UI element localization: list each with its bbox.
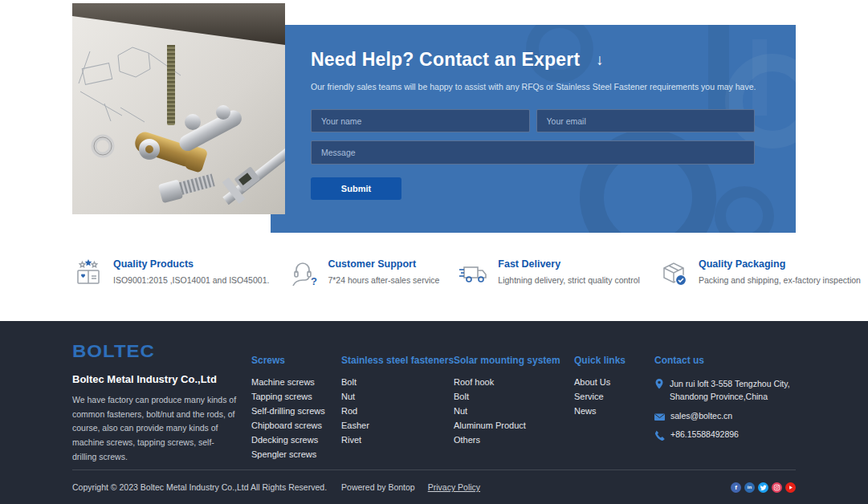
footer-columns: BOLTEC Boltec Metal Industry Co.,Ltd We … [72, 340, 796, 469]
feature-description: 7*24 hours after-sales service [328, 275, 439, 285]
footer-link[interactable]: Nut [341, 392, 454, 401]
footer-column-quick-links: Quick links About Us Service News [574, 340, 654, 469]
footer-link[interactable]: Others [454, 435, 574, 445]
feature-fast-delivery: Fast Delivery Lightning delivery, strict… [457, 257, 640, 292]
footer-column-heading: Stainless steel fasteners [341, 355, 454, 366]
feature-description: Lightning delivery, strict quality contr… [498, 275, 640, 285]
email-input[interactable] [536, 109, 756, 132]
footer-link[interactable]: News [574, 406, 654, 416]
footer: BOLTEC Boltec Metal Industry Co.,Ltd We … [0, 321, 868, 504]
location-pin-icon [654, 378, 664, 389]
feature-customer-support: ? Customer Support 7*24 hours after-sale… [287, 257, 439, 292]
gift-box-stars-icon [72, 257, 104, 292]
feature-description: ISO9001:2015 ,ISO14001 and ISO45001. [113, 275, 269, 285]
features-bar: Quality Products ISO9001:2015 ,ISO14001 … [0, 233, 868, 321]
contact-phone-row: +86.15588492896 [654, 429, 796, 441]
headset-support-icon: ? [287, 257, 319, 292]
name-input[interactable] [311, 109, 530, 132]
social-icons: f in [731, 482, 796, 493]
feature-title: Quality Packaging [699, 258, 861, 270]
feature-title: Quality Products [113, 258, 269, 270]
svg-text:?: ? [311, 275, 317, 287]
address-line-1: Jun rui loft 3-558 Tengzhou City, [670, 377, 790, 390]
message-input[interactable] [311, 140, 755, 165]
facebook-icon[interactable]: f [731, 482, 741, 493]
footer-link[interactable]: Bolt [454, 392, 574, 401]
arrow-down-icon: ↓ [596, 51, 604, 69]
address-line-2: Shandong Province,China [670, 390, 790, 403]
footer-link[interactable]: Machine screws [251, 377, 341, 387]
footer-link[interactable]: Service [574, 392, 654, 401]
contact-address: Jun rui loft 3-558 Tengzhou City, Shando… [670, 377, 790, 404]
footer-column-contact-us: Contact us Jun rui loft 3-558 Tengzhou C… [654, 340, 796, 469]
footer-column-heading: Quick links [574, 355, 654, 366]
powered-by-text: Powered by Bontop [341, 482, 415, 492]
footer-column-heading: Screws [251, 355, 341, 366]
fasteners-illustration [72, 3, 285, 214]
privacy-policy-link[interactable]: Privacy Policy [428, 482, 480, 492]
envelope-icon [654, 412, 665, 422]
delivery-truck-icon [457, 257, 489, 292]
contact-form: Submit [311, 109, 755, 200]
feature-description: Packing and shipping, ex-factory inspect… [699, 275, 861, 285]
footer-link[interactable]: Easher [341, 421, 454, 430]
contact-panel: Need Help? Contact an Expert ↓ Our frien… [271, 25, 796, 233]
boltec-logo: BOLTEC [72, 340, 251, 362]
contact-hero-section: Need Help? Contact an Expert ↓ Our frien… [0, 0, 868, 233]
footer-column-solar-mounting-system: Solar mounting system Roof hook Bolt Nut… [454, 340, 574, 469]
footer-column-heading: Solar mounting system [454, 355, 574, 366]
linkedin-icon[interactable]: in [744, 482, 755, 493]
footer-link[interactable]: Aluminum Product [454, 421, 574, 430]
footer-brand-column: BOLTEC Boltec Metal Industry Co.,Ltd We … [72, 340, 251, 469]
footer-link[interactable]: Rod [341, 406, 454, 416]
phone-icon [654, 430, 665, 441]
fasteners-photo [72, 3, 285, 214]
footer-link[interactable]: About Us [574, 377, 654, 387]
footer-link[interactable]: Nut [454, 406, 574, 416]
footer-link[interactable]: Roof hook [454, 377, 574, 387]
instagram-icon[interactable] [772, 482, 782, 493]
footer-column-heading: Contact us [654, 355, 796, 366]
feature-title: Customer Support [328, 258, 439, 270]
feature-title: Fast Delivery [498, 258, 640, 270]
copyright-text: Copyright © 2023 Boltec Metal Industry C… [72, 482, 327, 492]
feature-quality-products: Quality Products ISO9001:2015 ,ISO14001 … [72, 257, 269, 292]
contact-email[interactable]: sales@boltec.cn [670, 411, 732, 421]
submit-button[interactable]: Submit [311, 177, 401, 200]
contact-title: Need Help? Contact an Expert [311, 49, 580, 71]
footer-link[interactable]: Ddecking screws [251, 435, 341, 445]
footer-link[interactable]: Rivet [341, 435, 454, 445]
footer-bottom-bar: Copyright © 2023 Boltec Metal Industry C… [72, 469, 796, 504]
package-check-icon [658, 257, 690, 292]
footer-column-stainless-steel-fasteners: Stainless steel fasteners Bolt Nut Rod E… [341, 340, 454, 469]
contact-address-row: Jun rui loft 3-558 Tengzhou City, Shando… [654, 377, 796, 404]
contact-phone[interactable]: +86.15588492896 [670, 429, 739, 439]
youtube-icon[interactable] [785, 482, 796, 493]
footer-link[interactable]: Tapping screws [251, 392, 341, 401]
footer-link[interactable]: Spengler screws [251, 449, 341, 459]
contact-subtitle: Our friendly sales teams will be happy t… [311, 82, 756, 91]
footer-link[interactable]: Chipboard screws [251, 421, 341, 430]
company-description: We have factory can produce many kinds o… [72, 393, 238, 464]
footer-link[interactable]: Bolt [341, 377, 454, 387]
feature-quality-packaging: Quality Packaging Packing and shipping, … [658, 257, 861, 292]
footer-column-screws: Screws Machine screws Tapping screws Sel… [251, 340, 341, 469]
footer-link[interactable]: Self-drilling screws [251, 406, 341, 416]
contact-email-row: sales@boltec.cn [654, 411, 796, 422]
company-name: Boltec Metal Industry Co.,Ltd [72, 373, 251, 385]
twitter-icon[interactable] [758, 482, 768, 493]
